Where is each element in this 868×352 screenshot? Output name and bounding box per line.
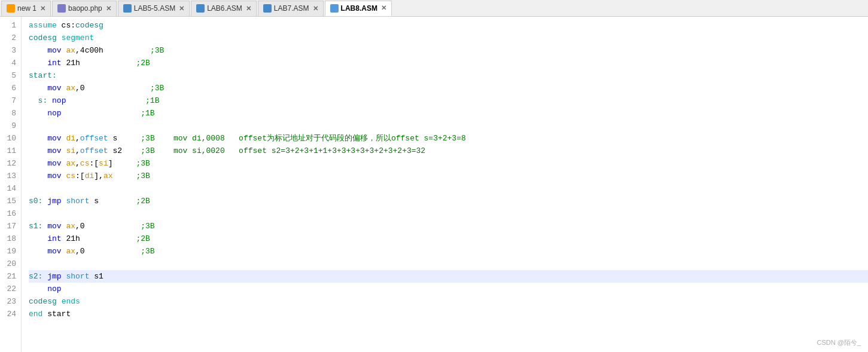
line-num-19: 19 [2,245,16,258]
tab-new1[interactable]: new 1 ✕ [1,1,51,16]
line-num-5: 5 [2,69,16,82]
code-line-1: assume cs:codesg [29,19,868,32]
line-num-9: 9 [2,120,16,132]
code-line-15: s0: jmp short s ;2B [29,195,868,207]
tab-close-new1[interactable]: ✕ [40,5,45,13]
tab-label-lab8: LAB8.ASM [341,4,377,13]
code-area: 1 2 3 4 5 6 7 8 9 10 11 12 13 14 15 16 1… [0,17,868,352]
line-numbers: 1 2 3 4 5 6 7 8 9 10 11 12 13 14 15 16 1… [0,17,22,352]
code-line-19: mov ax,0 ;3B [29,245,868,258]
line-num-21: 21 [2,270,16,283]
watermark: CSDN @陌兮_ [817,338,861,347]
code-line-21: s2: jmp short s1 [29,270,868,283]
code-line-20 [29,258,868,270]
code-line-7: s: nop ;1B [29,94,868,107]
line-num-10: 10 [2,132,16,145]
code-line-12: mov ax,cs:[si] ;3B [29,157,868,170]
line-num-8: 8 [2,107,16,120]
tab-label-lab55: LAB5-5.ASM [134,4,175,13]
line-num-3: 3 [2,44,16,57]
line-num-18: 18 [2,232,16,245]
code-line-13: mov cs:[di],ax ;3B [29,170,868,182]
code-line-16 [29,207,868,220]
code-line-22: nop [29,283,868,295]
code-line-24: end start [29,308,868,320]
line-num-13: 13 [2,170,16,182]
tab-label-new1: new 1 [17,4,36,13]
line-num-12: 12 [2,157,16,170]
tab-icon-lab55 [123,4,132,13]
tab-close-lab6[interactable]: ✕ [246,5,251,13]
tab-label-lab7: LAB7.ASM [274,4,309,13]
tab-icon-lab6 [196,4,205,13]
tab-icon-baopo [57,4,66,13]
tab-close-lab8[interactable]: ✕ [381,4,386,12]
tab-icon-lab7 [263,4,272,13]
code-line-3: mov ax,4c00h ;3B [29,44,868,57]
tab-lab8[interactable]: LAB8.ASM ✕ [325,1,392,16]
line-num-11: 11 [2,145,16,157]
code-line-17: s1: mov ax,0 ;3B [29,220,868,232]
code-line-5: start: [29,69,868,82]
tab-close-lab55[interactable]: ✕ [179,5,184,13]
code-line-18: int 21h ;2B [29,232,868,245]
code-line-14 [29,182,868,195]
line-num-20: 20 [2,258,16,270]
tab-close-baopo[interactable]: ✕ [106,5,111,13]
tab-icon-new1 [7,4,15,13]
tab-baopo[interactable]: baopo.php ✕ [52,1,117,16]
tab-lab7[interactable]: LAB7.ASM ✕ [258,1,324,16]
code-content[interactable]: assume cs:codesg codesg segment mov ax,4… [22,17,868,352]
tab-icon-lab8 [330,4,339,13]
line-num-4: 4 [2,57,16,69]
tab-label-lab6: LAB6.ASM [207,4,242,13]
line-num-14: 14 [2,182,16,195]
line-num-1: 1 [2,19,16,32]
tab-label-baopo: baopo.php [68,4,102,13]
code-line-4: int 21h ;2B [29,57,868,69]
line-num-23: 23 [2,295,16,308]
code-line-2: codesg segment [29,32,868,44]
line-num-2: 2 [2,32,16,44]
code-line-11: mov si,offset s2 ;3B mov si,0020 offset … [29,145,868,157]
line-num-16: 16 [2,207,16,220]
line-num-15: 15 [2,195,16,207]
code-line-6: mov ax,0 ;3B [29,82,868,94]
line-num-17: 17 [2,220,16,232]
line-num-6: 6 [2,82,16,94]
code-line-10: mov di,offset s ;3B mov di,0008 offset为标… [29,132,868,145]
tab-close-lab7[interactable]: ✕ [313,5,318,13]
code-line-8: nop ;1B [29,107,868,120]
line-num-24: 24 [2,308,16,320]
code-line-23: codesg ends [29,295,868,308]
line-num-22: 22 [2,283,16,295]
tab-lab6[interactable]: LAB6.ASM ✕ [191,1,257,16]
tab-lab55[interactable]: LAB5-5.ASM ✕ [118,1,190,16]
code-line-9 [29,120,868,132]
tab-bar: new 1 ✕ baopo.php ✕ LAB5-5.ASM ✕ LAB6.AS… [0,0,868,17]
line-num-7: 7 [2,94,16,107]
